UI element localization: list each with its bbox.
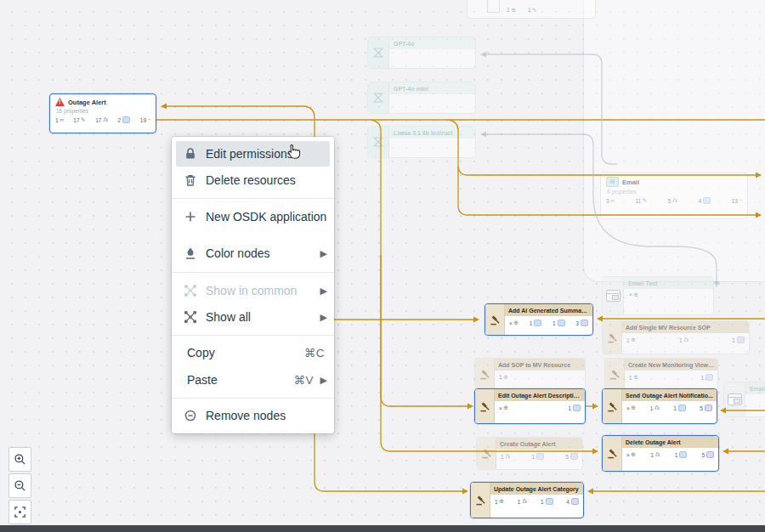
edit-icon xyxy=(81,117,85,123)
email-icon: ✉ xyxy=(606,177,619,187)
chevron-right-icon: ▶ xyxy=(319,312,327,323)
menu-item-remove-nodes[interactable]: Remove nodes xyxy=(176,403,330,428)
node-send-outage-alert-notification[interactable]: Send Outage Alert Notificatio... × 1 1 5 xyxy=(602,388,717,424)
node-title: GPT-4o mini xyxy=(389,82,475,94)
view-icon xyxy=(546,498,553,505)
table-icon xyxy=(705,405,712,411)
webhook-icon xyxy=(633,374,638,381)
menu-item-delete-resources[interactable]: Delete resources xyxy=(176,167,330,193)
node-title: Email xyxy=(622,178,639,186)
node-outage-alert[interactable]: Outage Alert 16 properties 1 17 17 2 19 xyxy=(49,93,156,133)
chevron-right-icon: ▶ xyxy=(319,286,327,297)
node-email-test[interactable]: Email Test × xyxy=(602,276,714,315)
action-gavel-icon xyxy=(477,438,496,469)
node-partial-top[interactable]: 1 1 xyxy=(467,0,596,19)
node-title: Outage Alert xyxy=(68,99,106,106)
view-icon xyxy=(678,405,686,411)
menu-item-paste[interactable]: Paste ⌘V ▶ xyxy=(176,367,330,393)
lock-icon xyxy=(184,147,197,161)
table-icon xyxy=(706,374,713,381)
action-gavel-icon xyxy=(603,389,622,423)
webhook-icon xyxy=(503,405,508,411)
function-icon xyxy=(103,117,108,123)
action-gavel-icon xyxy=(605,359,625,389)
menu-item-copy[interactable]: Copy ⌘C xyxy=(176,340,330,365)
model-icon xyxy=(368,82,389,113)
chevron-right-icon: ▶ xyxy=(319,248,327,259)
function-icon xyxy=(683,337,688,343)
color-fill-icon xyxy=(184,246,197,260)
hand-cursor xyxy=(284,143,302,162)
warning-icon xyxy=(55,98,65,106)
node-title: Add AI Generated Summary to... xyxy=(505,304,592,316)
shortcut-label: ⌘C xyxy=(304,346,325,359)
node-title: Add SOP to MV Resource xyxy=(495,359,585,371)
logic-app-icon xyxy=(603,277,624,314)
node-title: Email Te xyxy=(745,382,765,394)
menu-item-new-osdk-application[interactable]: New OSDK application xyxy=(176,204,330,229)
more-icon xyxy=(148,117,151,123)
node-add-single-mv-resource-sop[interactable]: Add Single MV Resource SOP 1 1 1 xyxy=(602,320,750,354)
chevron-right-icon: ▶ xyxy=(319,375,327,386)
context-menu: Edit permissions Delete resources New OS… xyxy=(172,137,334,433)
webhook-icon xyxy=(633,291,638,298)
action-gavel-icon xyxy=(485,304,505,335)
menu-item-edit-permissions[interactable]: Edit permissions xyxy=(176,141,330,167)
graph-nodes-icon xyxy=(184,284,197,297)
node-email[interactable]: ✉ Email 8 properties 3 11 5 4 13 xyxy=(600,173,748,219)
menu-item-show-all[interactable]: Show all ▶ xyxy=(176,304,330,330)
link-icon xyxy=(60,117,64,123)
node-email-test-2[interactable]: Email Te xyxy=(723,382,765,417)
zoom-to-fit-button[interactable] xyxy=(8,500,31,524)
webhook-icon xyxy=(503,374,508,381)
menu-item-show-in-common[interactable]: Show in common ▶ xyxy=(176,278,330,303)
node-gpt-4o[interactable]: GPT-4o xyxy=(367,37,476,69)
group-container xyxy=(583,0,765,282)
more-icon xyxy=(739,198,742,204)
menu-divider xyxy=(172,272,334,273)
menu-divider xyxy=(172,398,334,399)
view-icon xyxy=(679,451,687,458)
zoom-out-button[interactable] xyxy=(8,473,31,498)
node-title: Send Outage Alert Notificatio... xyxy=(622,389,717,401)
node-create-outage-alert[interactable]: Create Outage Alert 1 1 5 xyxy=(476,437,583,470)
webhook-icon xyxy=(631,405,636,411)
view-icon xyxy=(558,320,565,326)
node-gpt-4o-mini[interactable]: GPT-4o mini xyxy=(367,82,476,114)
function-icon xyxy=(672,198,677,204)
logic-app-icon xyxy=(724,382,745,416)
shortcut-label: ⌘V xyxy=(293,373,314,387)
action-gavel-icon xyxy=(471,483,490,518)
function-icon xyxy=(654,405,660,411)
object-type-icon xyxy=(487,0,500,13)
node-llama[interactable]: Llama 3.1 8b Instruct xyxy=(367,126,476,158)
action-gavel-icon xyxy=(603,436,622,471)
zoom-in-button[interactable] xyxy=(8,447,31,472)
function-icon xyxy=(505,454,510,460)
node-title: Llama 3.1 8b Instruct xyxy=(389,127,475,139)
node-title: Create New Monitoring View R... xyxy=(625,359,717,371)
edit-icon xyxy=(643,198,647,204)
node-title: Delete Outage Alert xyxy=(622,436,718,448)
table-icon xyxy=(570,453,578,460)
table-icon xyxy=(581,320,588,326)
trash-icon xyxy=(184,173,197,187)
graph-canvas[interactable]: 1 1 GPT-4o GPT-4o mini Llama 3.1 8b Inst… xyxy=(0,0,765,532)
node-delete-outage-alert[interactable]: Delete Outage Alert × 1 1 5 xyxy=(602,435,719,472)
node-title: Add Single MV Resource SOP xyxy=(622,321,749,333)
webhook-icon xyxy=(513,320,518,326)
view-icon xyxy=(573,405,581,411)
node-add-ai-generated-summary[interactable]: Add AI Generated Summary to... × 1 1 3 xyxy=(484,303,593,336)
webhook-icon xyxy=(631,337,636,343)
graph-nodes-icon xyxy=(184,310,197,324)
node-edit-outage-alert-description[interactable]: Edit Outage Alert Description ... × 1 xyxy=(474,388,586,424)
table-icon xyxy=(571,498,579,505)
menu-item-color-nodes[interactable]: Color nodes ▶ xyxy=(176,241,330,266)
edit-icon xyxy=(532,8,536,14)
node-add-sop-to-mv-resource[interactable]: Add SOP to MV Resource 1 xyxy=(474,358,586,390)
model-icon xyxy=(368,127,389,157)
node-create-new-monitoring-view[interactable]: Create New Monitoring View R... 1 1 xyxy=(604,358,718,390)
webhook-icon xyxy=(631,451,636,458)
node-update-outage-alert-category[interactable]: Update Outage Alert Category 1 1 1 4 xyxy=(470,482,584,518)
menu-divider xyxy=(172,198,334,199)
